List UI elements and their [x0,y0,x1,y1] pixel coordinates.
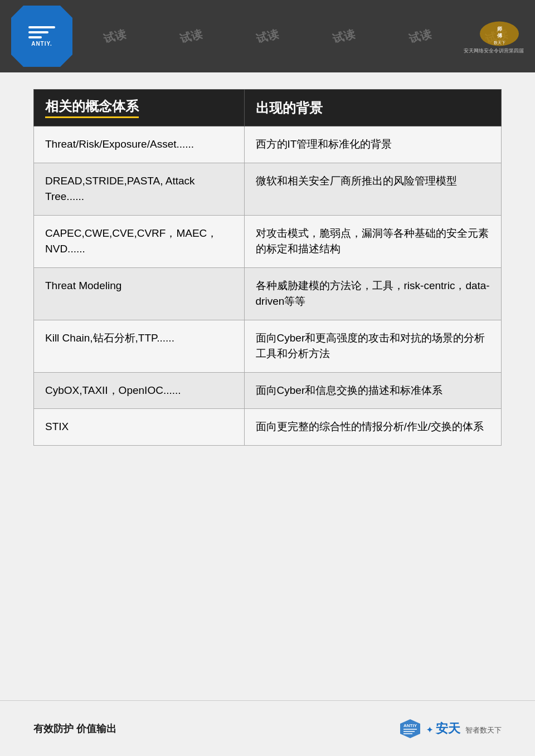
table-row: DREAD,STRIDE,PASTA, Attack Tree......微软和… [34,163,502,215]
table-cell-concept: STIX [34,409,245,446]
table-row: Kill Chain,钻石分析,TTP......面向Cyber和更高强度的攻击… [34,320,502,372]
table-cell-concept: Threat/Risk/Exposure/Asset...... [34,126,245,163]
col2-header: 出现的背景 [244,90,501,126]
svg-text:傅: 傅 [497,33,503,38]
table-cell-background: 西方的IT管理和标准化的背景 [244,126,501,163]
table-cell-concept: Kill Chain,钻石分析,TTP...... [34,320,245,372]
header-wm-3: 试读 [178,26,204,46]
header-wm-5: 试读 [331,26,357,46]
table-row: Threat/Risk/Exposure/Asset......西方的IT管理和… [34,126,502,163]
header-wm-4: 试读 [255,26,280,46]
table-cell-concept: CybOX,TAXII，OpenIOC...... [34,372,245,409]
table-row: Threat Modeling各种威胁建模的方法论，工具，risk-centri… [34,267,502,320]
footer-right: ANTIY ✦ 安天 智者数天下 [398,718,502,739]
svg-text:师: 师 [497,26,503,32]
footer: 有效防护 价值输出 ANTIY ✦ 安天 智者数天下 [0,700,535,756]
header-right-logo: 师 傅 数天下 安天网络安全令训营第四届 [464,18,524,55]
logo-lines [28,26,55,38]
svg-text:ANTIY: ANTIY [403,723,417,728]
logo-line-3 [28,36,42,38]
table-cell-background: 各种威胁建模的方法论，工具，risk-centric，data-driven等等 [244,267,501,320]
logo-line-2 [28,31,48,33]
content-table: 相关的概念体系 出现的背景 Threat/Risk/Exposure/Asset… [33,89,502,446]
col1-header: 相关的概念体系 [34,90,245,126]
svg-marker-4 [400,719,420,738]
footer-brand-block: ✦ 安天 智者数天下 [426,720,502,737]
footer-left-text: 有效防护 价值输出 [33,722,116,735]
table-cell-background: 面向Cyber和信息交换的描述和标准体系 [244,372,501,409]
table-cell-background: 面向Cyber和更高强度的攻击和对抗的场景的分析工具和分析方法 [244,320,501,372]
header-watermarks: 试读 试读 试读 试读 试读 试读 试读 [0,0,535,72]
footer-brand-sub: 智者数天下 [465,726,502,734]
table-cell-concept: DREAD,STRIDE,PASTA, Attack Tree...... [34,163,245,215]
table-cell-background: 面向更完整的综合性的情报分析/作业/交换的体系 [244,409,501,446]
antiy-logo: ANTIY. [11,6,72,67]
table-cell-background: 对攻击模式，脆弱点，漏洞等各种基础的安全元素的标定和描述结构 [244,215,501,267]
header-wm-2: 试读 [102,26,128,46]
table-row: CybOX,TAXII，OpenIOC......面向Cyber和信息交换的描述… [34,372,502,409]
svg-text:数天下: 数天下 [494,41,505,45]
table-row: CAPEC,CWE,CVE,CVRF，MAEC，NVD......对攻击模式，脆… [34,215,502,267]
footer-brand-name: 安天 [436,721,460,735]
logo-line-1 [28,26,55,28]
main-content: 相关的概念体系 出现的背景 Threat/Risk/Exposure/Asset… [33,89,502,689]
table-cell-background: 微软和相关安全厂商所推出的风险管理模型 [244,163,501,215]
header: 试读 试读 试读 试读 试读 试读 试读 ANTIY. 师 傅 数天下 安天网络… [0,0,535,72]
col2-header-text: 出现的背景 [256,100,323,115]
right-logo-icon: 师 傅 数天下 [477,18,510,46]
logo-text: ANTIY. [31,41,52,47]
table-cell-concept: Threat Modeling [34,267,245,320]
table-cell-concept: CAPEC,CWE,CVE,CVRF，MAEC，NVD...... [34,215,245,267]
footer-logo-badge: ANTIY ✦ 安天 智者数天下 [398,718,502,739]
header-wm-6: 试读 [407,26,433,46]
table-row: STIX面向更完整的综合性的情报分析/作业/交换的体系 [34,409,502,446]
col1-header-text: 相关的概念体系 [45,97,139,118]
